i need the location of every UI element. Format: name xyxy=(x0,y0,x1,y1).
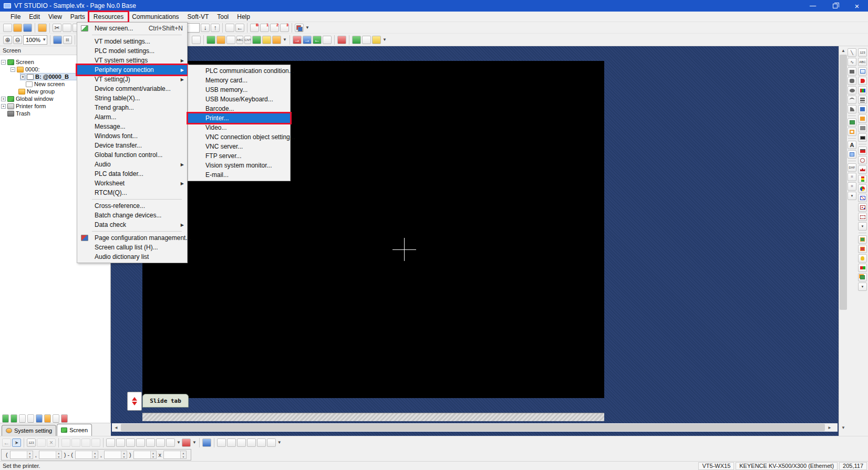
scroll-right-icon[interactable]: ► xyxy=(825,423,834,432)
video-part[interactable] xyxy=(858,86,867,95)
screen-table-button[interactable] xyxy=(11,414,17,423)
menu-file[interactable]: File xyxy=(6,12,25,22)
x1-spinner[interactable]: ▲▼ xyxy=(10,451,33,459)
select-area-button[interactable] xyxy=(146,438,155,447)
submenu-item-ftp-server[interactable]: FTP server... xyxy=(188,151,290,161)
expand-icon[interactable]: + xyxy=(20,75,25,79)
height-spinner[interactable]: ▲▼ xyxy=(163,451,187,459)
spin-up-icon[interactable]: ▲ xyxy=(56,451,61,455)
back-button[interactable]: ← xyxy=(235,24,244,32)
select-same-button[interactable] xyxy=(257,438,266,447)
menu-item-message[interactable]: Message... xyxy=(77,122,187,131)
menu-item-plc-model-settings[interactable]: PLC model settings... xyxy=(77,46,187,56)
open-file-button[interactable] xyxy=(13,24,22,32)
spin-up-icon[interactable]: ▲ xyxy=(181,451,186,455)
menu-item-batch-change-devices[interactable]: Batch change devices... xyxy=(77,211,187,220)
spin-down-icon[interactable]: ▼ xyxy=(121,455,127,458)
system-setting-button[interactable] xyxy=(216,36,225,44)
sector-tool[interactable] xyxy=(848,105,856,113)
text-display-part[interactable]: ABC xyxy=(858,58,867,66)
scatter-graph-part[interactable] xyxy=(858,203,867,212)
comm-setting-button[interactable] xyxy=(362,36,371,44)
lamp-part[interactable] xyxy=(858,254,867,263)
scroll-down-icon[interactable]: ▼ xyxy=(839,423,848,432)
order-dropdown[interactable]: ▼ xyxy=(177,440,181,445)
rectangle-tool[interactable] xyxy=(848,67,856,76)
menu-item-trend-graph[interactable]: Trend graph... xyxy=(77,103,187,112)
minimize-button[interactable]: — xyxy=(802,0,824,12)
screen-list-button[interactable] xyxy=(206,36,215,44)
submenu-item-barcode[interactable]: Barcode... xyxy=(188,104,290,113)
display-option-button[interactable] xyxy=(272,36,281,44)
attribute-dropdown[interactable]: ▼ xyxy=(192,440,197,445)
select-top-button[interactable] xyxy=(217,438,226,447)
audio-part[interactable] xyxy=(858,77,867,85)
ungroup-button[interactable] xyxy=(116,438,125,447)
page-config-button[interactable] xyxy=(295,24,304,32)
menu-item-plc-data-folder[interactable]: PLC data folder... xyxy=(77,169,187,179)
next-screen-button[interactable]: ↓ xyxy=(201,24,210,32)
tab-system-setting[interactable]: System setting xyxy=(2,425,56,436)
find-button[interactable] xyxy=(192,36,201,44)
menu-item-alarm[interactable]: Alarm... xyxy=(77,112,187,122)
scroll-left-icon[interactable]: ◄ xyxy=(112,423,120,432)
menu-soft-vt[interactable]: Soft-VT xyxy=(183,12,213,22)
select-under-button[interactable] xyxy=(247,438,256,447)
submenu-item-e-mail[interactable]: E-mail... xyxy=(188,170,290,180)
horizontal-scrollbar[interactable]: ◄ ► xyxy=(112,423,838,432)
pie-chart-part[interactable] xyxy=(858,184,867,193)
multi-switch-part[interactable] xyxy=(858,273,867,281)
restore-button[interactable] xyxy=(824,0,846,12)
menu-item-cross-reference[interactable]: Cross-reference... xyxy=(77,201,187,211)
monitor-button[interactable] xyxy=(337,36,346,44)
receive-from-vt-button[interactable]: ← xyxy=(313,36,322,44)
spin-up-icon[interactable]: ▲ xyxy=(92,451,98,455)
submenu-item-usb-mouse-keyboard[interactable]: USB Mouse/Keyboard... xyxy=(188,95,290,104)
vt-setting-dropdown[interactable]: ▼ xyxy=(383,37,387,42)
two-color-lamp-part[interactable] xyxy=(858,264,867,272)
arc-tool[interactable] xyxy=(848,96,856,104)
dxf-import-tool[interactable]: DXF xyxy=(848,163,856,172)
clock-part[interactable] xyxy=(858,156,867,164)
part-id-button[interactable]: 123 xyxy=(27,438,36,447)
submenu-item-usb-memory[interactable]: USB memory... xyxy=(188,85,290,95)
menu-item-vt-system-settings[interactable]: VT system settings▶ xyxy=(77,56,187,65)
transfer-usb-button[interactable]: → xyxy=(303,36,312,44)
multi-monitor-part[interactable] xyxy=(858,124,867,132)
menu-item-string-table[interactable]: String table(X)... xyxy=(77,93,187,103)
vertical-scroll-thumb[interactable] xyxy=(840,55,847,310)
simulator-button[interactable] xyxy=(352,36,361,44)
spin-up-icon[interactable]: ▲ xyxy=(121,451,127,455)
menu-resources[interactable]: Resources xyxy=(89,12,128,22)
menu-help[interactable]: Help xyxy=(233,12,254,22)
spin-down-icon[interactable]: ▼ xyxy=(27,455,33,458)
menu-view[interactable]: View xyxy=(44,12,66,22)
flip-vertical-button[interactable] xyxy=(71,438,80,447)
spin-down-icon[interactable]: ▼ xyxy=(151,455,156,458)
library-button[interactable] xyxy=(262,36,271,44)
snap-toggle-button[interactable]: ⌗ xyxy=(63,36,72,44)
overlap2-button[interactable]: 2 xyxy=(270,24,279,32)
slide-tab-part[interactable]: Slide tab xyxy=(142,394,189,408)
link-button[interactable] xyxy=(37,438,46,447)
frame-tool[interactable] xyxy=(848,128,856,136)
menu-item-data-check[interactable]: Data check▶ xyxy=(77,220,187,229)
submenu-item-vnc-connection-object-setting[interactable]: VNC connection object setting... xyxy=(188,132,290,142)
menu-communications[interactable]: Communications xyxy=(128,12,183,22)
table2-tool[interactable]: ⌗ xyxy=(848,182,856,191)
select-dropdown[interactable]: ▼ xyxy=(277,440,282,445)
overlap3-button[interactable]: 3 xyxy=(280,24,289,32)
image-tool[interactable] xyxy=(848,118,856,127)
menu-item-vt-model-settings[interactable]: VT model settings... xyxy=(77,37,187,46)
select-next-button[interactable] xyxy=(227,438,236,447)
menu-edit[interactable]: Edit xyxy=(25,12,44,22)
slide-tab-part-icon[interactable] xyxy=(127,392,142,411)
menu-item-screen-callup-list[interactable]: Screen callup list (H)... xyxy=(77,243,187,252)
table-tool[interactable]: ⌗ xyxy=(848,173,856,181)
switch-red-part[interactable] xyxy=(858,245,867,253)
group-button[interactable] xyxy=(106,438,115,447)
menu-item-vt-setting[interactable]: VT setting(J)▶ xyxy=(77,75,187,84)
spin-down-icon[interactable]: ▼ xyxy=(56,455,61,458)
menu-item-device-transfer[interactable]: Device transfer... xyxy=(77,141,187,150)
page-manage-button[interactable] xyxy=(61,414,68,423)
